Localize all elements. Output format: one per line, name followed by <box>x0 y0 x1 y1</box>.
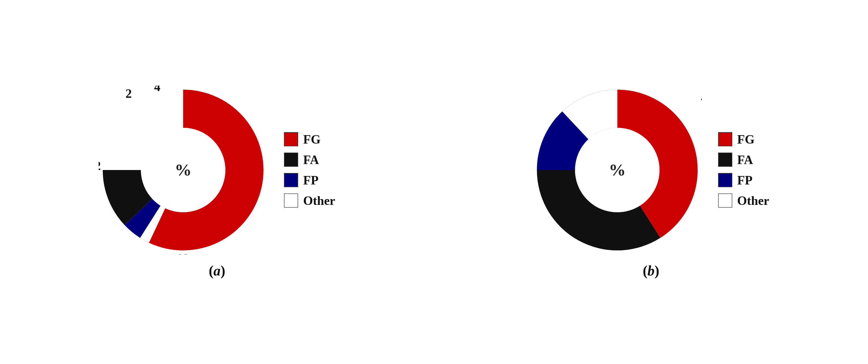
legend-label-fg-b: FG <box>737 132 755 146</box>
chart-content-a: % 82 12 2 4 <box>99 86 335 255</box>
legend-swatch-fa-b <box>718 153 732 167</box>
label-41-b: 41 <box>701 91 702 105</box>
legend-label-fp-b: FP <box>737 173 752 188</box>
legend-swatch-fg-a <box>284 132 298 146</box>
charts-container: % 82 12 2 4 <box>0 0 868 364</box>
chart-panel-a: % 82 12 2 4 <box>0 0 434 364</box>
donut-chart-a: % 82 12 2 4 <box>99 86 268 255</box>
legend-label-fp-a: FP <box>303 173 318 188</box>
label-12-a: 12 <box>99 159 101 173</box>
legend-swatch-fp-b <box>718 173 732 187</box>
chart-panel-b: % 41 34 13 12 <box>434 0 868 364</box>
legend-item-fp-a: FP <box>284 173 335 188</box>
legend-swatch-fp-a <box>284 173 298 187</box>
label-82-a: 82 <box>177 252 189 255</box>
caption-letter-a: a <box>213 263 220 278</box>
legend-swatch-fa-a <box>284 153 298 167</box>
chart-caption-a: (a) <box>209 263 225 279</box>
legend-item-other-a: Other <box>284 193 335 208</box>
legend-a: FG FA FP Other <box>284 132 335 208</box>
label-4-a: 4 <box>154 86 160 94</box>
legend-label-fa-a: FA <box>303 153 319 167</box>
donut-chart-b: % 41 34 13 12 <box>533 86 702 255</box>
legend-label-fg-a: FG <box>303 132 320 146</box>
chart-content-b: % 41 34 13 12 <box>533 86 769 255</box>
legend-label-fa-b: FA <box>737 153 753 167</box>
legend-item-fa-a: FA <box>284 153 335 167</box>
caption-letter-b: b <box>648 263 655 278</box>
donut-svg-b: % 41 34 13 12 <box>533 86 702 255</box>
legend-item-fp-b: FP <box>718 173 769 188</box>
legend-label-other-a: Other <box>303 193 335 208</box>
legend-swatch-other-a <box>284 193 298 208</box>
label-2-a: 2 <box>126 87 132 101</box>
label-34-b: 34 <box>611 254 624 255</box>
legend-item-fg-b: FG <box>718 132 769 146</box>
legend-label-other-b: Other <box>737 193 769 208</box>
donut-svg-a: % 82 12 2 4 <box>99 86 268 255</box>
legend-swatch-other-b <box>718 193 732 208</box>
center-label-a: % <box>175 161 192 179</box>
legend-b: FG FA FP Other <box>718 132 769 208</box>
legend-swatch-fg-b <box>718 132 732 146</box>
legend-item-fg-a: FG <box>284 132 335 146</box>
legend-item-other-b: Other <box>718 193 769 208</box>
chart-caption-b: (b) <box>643 263 659 279</box>
legend-item-fa-b: FA <box>718 153 769 167</box>
center-label-b: % <box>609 161 626 179</box>
